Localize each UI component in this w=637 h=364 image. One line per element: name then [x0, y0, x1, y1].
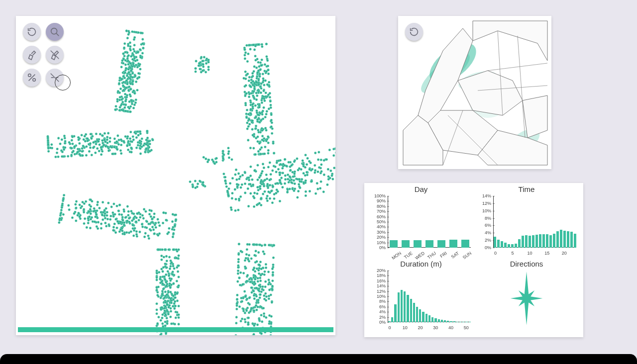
- cut-link-button[interactable]: [46, 69, 64, 87]
- svg-point-2056: [271, 301, 273, 304]
- map-reset-button[interactable]: [405, 23, 423, 41]
- svg-point-1483: [123, 233, 126, 236]
- svg-point-591: [261, 97, 264, 99]
- svg-point-1941: [255, 244, 257, 246]
- svg-point-412: [262, 118, 264, 120]
- svg-point-2010: [253, 333, 255, 335]
- svg-point-1285: [127, 210, 130, 213]
- svg-point-1398: [151, 221, 154, 223]
- svg-point-1192: [311, 181, 313, 183]
- svg-point-716: [101, 134, 104, 137]
- svg-point-199: [131, 66, 133, 68]
- geo-map[interactable]: [398, 16, 551, 169]
- svg-point-2080: [28, 74, 31, 77]
- svg-point-502: [251, 128, 254, 131]
- svg-point-1131: [298, 183, 300, 185]
- svg-point-1576: [161, 317, 164, 319]
- svg-point-1155: [298, 168, 301, 170]
- svg-point-1698: [167, 271, 169, 273]
- bar: [501, 241, 503, 248]
- svg-point-2045: [250, 307, 253, 309]
- chart-duration-m-[interactable]: Duration (m)0%2%4%6%8%10%12%14%16%18%20%…: [369, 260, 473, 332]
- svg-point-1214: [253, 197, 256, 199]
- svg-point-1593: [176, 280, 178, 282]
- svg-point-331: [266, 110, 268, 113]
- lens-button[interactable]: [46, 23, 64, 41]
- reset-view-button[interactable]: [23, 23, 41, 41]
- svg-point-1500: [126, 220, 129, 222]
- svg-point-1933: [253, 297, 256, 300]
- svg-point-180: [123, 47, 125, 49]
- svg-point-758: [128, 144, 131, 146]
- svg-point-1934: [236, 302, 238, 305]
- svg-point-1480: [147, 235, 150, 237]
- svg-point-447: [248, 44, 251, 47]
- svg-point-489: [269, 100, 272, 103]
- svg-point-1477: [60, 213, 62, 215]
- svg-point-818: [47, 150, 50, 153]
- svg-point-1790: [237, 273, 239, 275]
- svg-point-1706: [164, 249, 167, 251]
- svg-point-1175: [323, 159, 325, 162]
- svg-point-2073: [252, 269, 255, 271]
- svg-point-185: [126, 75, 128, 77]
- svg-point-1120: [318, 151, 320, 154]
- svg-point-1600: [166, 323, 169, 325]
- svg-point-1425: [84, 217, 86, 220]
- svg-point-1168: [316, 182, 318, 184]
- svg-point-537: [259, 75, 261, 78]
- svg-point-1798: [242, 272, 245, 274]
- percent-button[interactable]: [23, 69, 41, 87]
- svg-point-294: [199, 68, 202, 71]
- svg-point-768: [135, 147, 138, 149]
- svg-point-1727: [161, 249, 164, 251]
- svg-point-1176: [268, 179, 271, 182]
- scatter-plot[interactable]: [16, 16, 335, 335]
- svg-point-212: [123, 106, 126, 109]
- svg-point-2002: [260, 333, 263, 335]
- svg-point-241: [122, 85, 124, 87]
- svg-point-402: [270, 104, 272, 106]
- svg-point-290: [202, 70, 204, 72]
- svg-point-1358: [102, 219, 104, 221]
- svg-point-1859: [263, 312, 265, 315]
- svg-point-1555: [162, 271, 164, 273]
- svg-point-289: [200, 56, 203, 59]
- brush-remove-button[interactable]: [46, 46, 64, 64]
- svg-point-1431: [96, 204, 99, 206]
- svg-point-1096: [264, 190, 266, 193]
- svg-point-1174: [257, 179, 259, 181]
- bar: [532, 235, 534, 248]
- svg-point-1863: [257, 251, 260, 254]
- svg-point-849: [144, 151, 147, 153]
- svg-point-1216: [287, 178, 289, 181]
- svg-point-1955: [248, 243, 251, 246]
- chart-time[interactable]: Time0%2%4%6%8%10%12%14%05101520: [475, 185, 578, 258]
- brush-button[interactable]: [23, 46, 41, 64]
- svg-point-1225: [199, 180, 201, 182]
- svg-point-1323: [83, 208, 85, 211]
- svg-point-2033: [238, 243, 240, 246]
- svg-point-687: [100, 146, 103, 149]
- svg-point-1022: [282, 186, 284, 188]
- svg-point-1075: [303, 182, 305, 184]
- svg-point-824: [127, 149, 129, 151]
- svg-point-1374: [139, 216, 141, 219]
- svg-point-965: [231, 192, 234, 194]
- bar: [391, 317, 393, 322]
- svg-point-1221: [194, 180, 197, 182]
- svg-point-1963: [250, 286, 253, 289]
- svg-point-1194: [256, 186, 259, 188]
- svg-point-795: [96, 147, 99, 150]
- svg-point-690: [131, 141, 133, 143]
- svg-point-488: [246, 44, 248, 47]
- svg-point-348: [269, 96, 271, 98]
- svg-point-359: [248, 95, 250, 98]
- svg-point-1210: [260, 197, 262, 200]
- svg-point-1676: [177, 271, 179, 273]
- chart-directions[interactable]: Directions: [475, 260, 578, 332]
- svg-point-1616: [162, 288, 165, 290]
- chart-day[interactable]: Day0%10%20%30%40%50%60%70%80%90%100%MONT…: [369, 185, 473, 258]
- svg-point-569: [258, 142, 261, 145]
- svg-point-798: [76, 151, 79, 154]
